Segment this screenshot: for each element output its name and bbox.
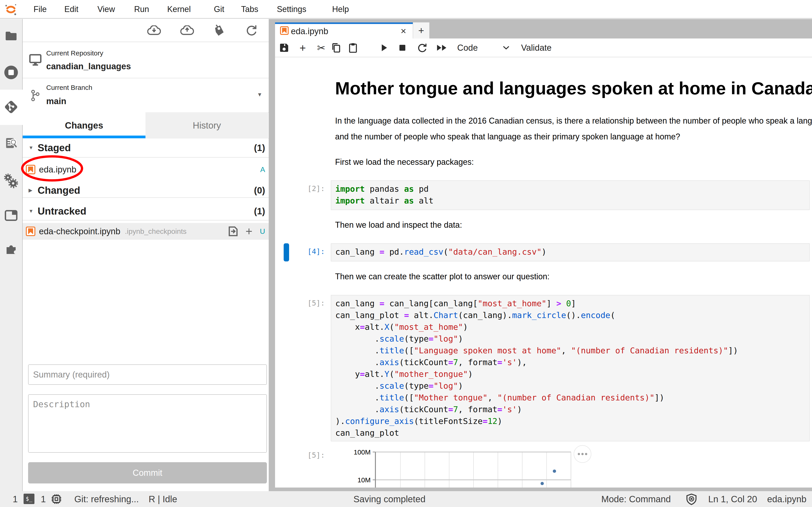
git-panel: Current Repository canadian_languages Cu… [23,19,269,491]
open-file-icon[interactable] [229,226,238,236]
markdown-paragraph: First we load the necessary packages: [335,157,474,167]
caret-down-icon: ▼ [29,208,34,214]
untracked-label: Untracked [38,206,86,217]
validate-button[interactable]: Validate [521,39,552,57]
menu-view[interactable]: View [97,0,115,18]
commit-summary-input[interactable] [28,364,267,385]
changed-count: (0) [254,185,265,195]
notebook-icon [26,165,35,174]
current-branch-label: Current Branch [46,84,92,92]
current-repository-name: canadian_languages [46,62,131,71]
notebook-icon [280,26,289,35]
refresh-icon[interactable] [243,22,260,39]
commit-button[interactable]: Commit [28,462,267,484]
section-staged[interactable]: ▼ Staged (1) [23,138,269,157]
git-panel-tabs: Changes History [23,112,269,138]
menu-file[interactable]: File [34,0,47,18]
kernel-status[interactable]: R | Idle [149,491,177,507]
code-cell-active[interactable]: can_lang = pd.read_csv("data/can_lang.cs… [331,243,810,262]
notebook-content: Mother tongue and languages spoken at ho… [275,57,812,488]
section-changed[interactable]: ▶ Changed (0) [23,181,269,200]
notebook-title: Mother tongue and languages spoken at ho… [335,79,812,97]
notebook-toolbar: + ✂ Code Validate [275,39,812,57]
code-cell[interactable]: import pandas as pdimport altair as alt [331,180,810,210]
notebook-tab[interactable]: eda.ipynb ✕ [275,22,413,39]
untracked-count: (1) [254,206,265,216]
repository-icon [29,54,42,66]
terminal-icon[interactable]: $_ [23,494,35,504]
tag-icon[interactable] [211,22,227,39]
scrollbar-track[interactable] [275,488,812,491]
git-status: Git: refreshing... [74,491,139,507]
cell-type-dropdown[interactable]: Code [457,39,478,57]
staged-file-status: A [260,165,265,174]
cell-prompt: [2]: [275,183,325,194]
cell-prompt-active: [4]: [275,245,325,257]
editor-mode: Mode: Command [601,491,671,507]
restart-run-all-icon[interactable] [436,39,448,57]
git-icon[interactable] [0,99,22,115]
window-icon[interactable] [0,209,22,222]
menu-git[interactable]: Git [214,0,224,18]
folder-icon[interactable] [0,30,22,43]
section-untracked[interactable]: ▼ Untracked (1) [23,202,269,220]
terminals-count: 1 [13,491,18,507]
staged-label: Staged [38,142,71,154]
panel-splitter[interactable] [269,19,275,491]
code-cell[interactable]: can_lang = can_lang[can_lang["most_at_ho… [331,295,810,441]
menu-kernel[interactable]: Kernel [167,0,191,18]
stage-plus-icon[interactable]: + [246,225,252,238]
shield-icon[interactable] [686,494,697,505]
new-tab-button[interactable]: + [413,22,429,39]
run-cell-icon[interactable] [380,39,389,57]
untracked-file-name: eda-checkpoint.ipynb [39,227,120,236]
running-sessions-icon[interactable] [0,65,22,80]
untracked-file-row[interactable]: eda-checkpoint.ipynb .ipynb_checkpoints … [23,223,269,240]
menu-bar: FileEditViewRunKernelGitTabsSettingsHelp [0,0,812,18]
restart-kernel-icon[interactable] [417,39,428,57]
git-panel-toolbar [23,19,269,42]
insert-cell-icon[interactable]: + [298,39,308,57]
gears-icon[interactable] [0,173,22,189]
output-options-button[interactable] [574,445,591,463]
kernel-chip-icon[interactable] [51,494,62,504]
paste-cells-icon[interactable] [348,39,358,57]
tab-changes[interactable]: Changes [23,112,145,138]
commit-description-input[interactable] [28,394,267,453]
left-sidebar [0,19,23,491]
copy-cells-icon[interactable] [330,39,341,57]
stop-kernel-icon[interactable] [398,39,407,57]
markdown-paragraph: Then we can create the scatter plot to a… [335,272,550,281]
menu-run[interactable]: Run [134,0,149,18]
untracked-file-path: .ipynb_checkpoints [125,227,187,236]
jupyterlab-window: FileEditViewRunKernelGitTabsSettingsHelp [0,0,812,507]
close-tab-icon[interactable]: ✕ [400,27,406,36]
cloud-download-icon[interactable] [146,22,162,39]
menu-tabs[interactable]: Tabs [241,0,258,18]
cut-cells-icon[interactable]: ✂ [315,39,327,57]
staged-count: (1) [254,143,265,153]
markdown-paragraph: Then we load and inspect the data: [335,220,462,230]
notebook-tab-title: eda.ipynb [291,26,328,36]
cursor-position[interactable]: Ln 1, Col 20 [708,491,757,507]
menu-edit[interactable]: Edit [64,0,79,18]
status-bar: 1 $_ 1 Git: refreshing... R | Idle Savin… [0,491,812,507]
caret-down-icon: ▼ [29,145,34,151]
editor-tab-bar: eda.ipynb ✕ + [275,19,812,39]
branch-dropdown-caret[interactable]: ▼ [257,92,262,98]
cloud-upload-icon[interactable] [179,22,195,39]
staged-file-row[interactable]: eda.ipynb A [23,161,269,178]
current-repository-label: Current Repository [46,49,103,57]
branch-icon [31,90,40,101]
caret-right-icon: ▶ [29,187,33,193]
scatter-plot [344,449,598,488]
menu-help[interactable]: Help [332,0,349,18]
puzzle-icon[interactable] [0,242,22,256]
save-icon[interactable] [279,39,289,57]
document-search-icon[interactable] [0,137,22,151]
untracked-file-status: U [260,227,265,236]
tab-history[interactable]: History [145,112,268,138]
status-filename: eda.ipynb [767,491,806,507]
chevron-down-icon[interactable] [502,39,510,57]
menu-settings[interactable]: Settings [277,0,306,18]
